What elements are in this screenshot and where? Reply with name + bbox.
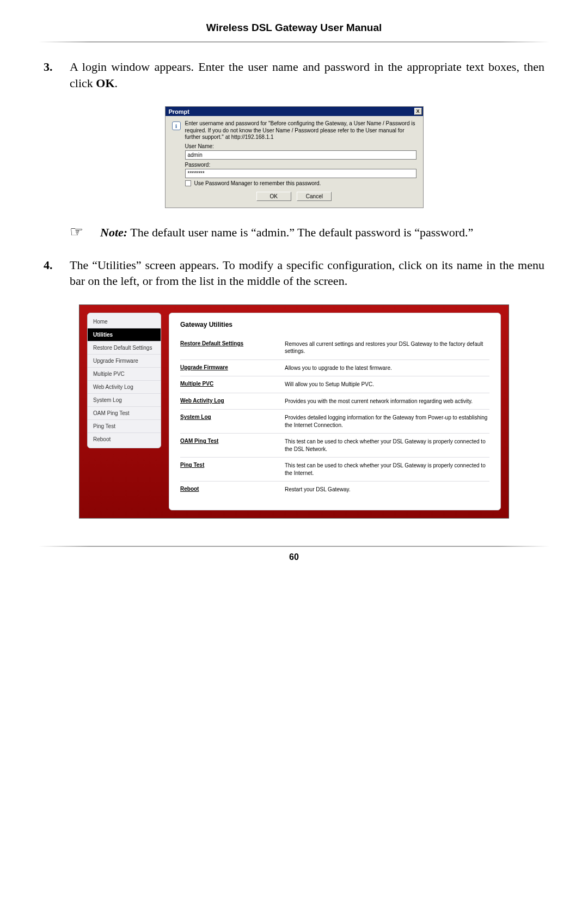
utility-description: Allows you to upgrade to the latest firm…: [285, 364, 489, 372]
sidebar-item[interactable]: Home: [88, 315, 161, 328]
divider: [38, 546, 550, 547]
sidebar-item[interactable]: System Log: [88, 394, 161, 407]
utility-row: Web Activity LogProvides you with the mo…: [180, 393, 489, 410]
utility-row: OAM Ping TestThis test can be used to ch…: [180, 434, 489, 458]
prompt-titlebar: Prompt X: [166, 107, 423, 116]
sidebar-item[interactable]: Restore Default Settings: [88, 342, 161, 355]
ok-button[interactable]: OK: [256, 192, 291, 201]
remember-password-row[interactable]: Use Password Manager to remember this pa…: [185, 180, 416, 186]
sidebar-item[interactable]: Multiple PVC: [88, 368, 161, 381]
utility-row: Upgrade FirmwareAllows you to upgrade to…: [180, 360, 489, 377]
utilities-heading: Gateway Utilities: [180, 321, 489, 328]
utility-row: Multiple PVCWill allow you to Setup Mult…: [180, 376, 489, 393]
utility-row: System LogProvides detailed logging info…: [180, 410, 489, 434]
page-number: 60: [38, 552, 550, 562]
sidebar-item[interactable]: OAM Ping Test: [88, 407, 161, 420]
info-icon: i: [172, 121, 181, 130]
utility-row: RebootRestart your DSL Gateway.: [180, 482, 489, 498]
pointing-hand-icon: ☞: [70, 224, 100, 241]
note-label: Note:: [100, 226, 127, 239]
utility-row: Ping TestThis test can be used to check …: [180, 458, 489, 482]
utilities-main: Gateway Utilities Restore Default Settin…: [169, 313, 501, 510]
utility-link[interactable]: Web Activity Log: [180, 398, 273, 405]
utility-link[interactable]: Upgrade Firmware: [180, 364, 273, 372]
utility-link[interactable]: Restore Default Settings: [180, 340, 273, 355]
cancel-button[interactable]: Cancel: [297, 192, 332, 201]
username-input[interactable]: admin: [185, 150, 416, 160]
step3-text-a: A login window appears. Enter the user n…: [70, 60, 544, 90]
prompt-title-text: Prompt: [169, 108, 190, 115]
utility-description: Provides you with the most current netwo…: [285, 398, 489, 405]
page-header: Wireless DSL Gateway User Manual: [38, 16, 550, 41]
checkbox-icon[interactable]: [185, 180, 191, 186]
utility-row: Restore Default SettingsRemoves all curr…: [180, 336, 489, 360]
utility-description: Restart your DSL Gateway.: [285, 486, 489, 493]
step-text: A login window appears. Enter the user n…: [70, 59, 544, 91]
utility-description: Removes all current settings and restore…: [285, 340, 489, 355]
utilities-sidebar: HomeUtilitiesRestore Default SettingsUpg…: [87, 313, 161, 448]
step-number: 3.: [44, 59, 70, 91]
sidebar-item[interactable]: Upgrade Firmware: [88, 355, 161, 368]
prompt-message: Enter username and password for "Before …: [185, 120, 416, 141]
utility-description: Provides detailed logging information fo…: [285, 414, 489, 429]
utility-link[interactable]: Reboot: [180, 486, 273, 493]
utility-link[interactable]: System Log: [180, 414, 273, 429]
step3-text-c: .: [115, 76, 118, 90]
password-label: Password:: [185, 162, 416, 168]
divider: [38, 41, 550, 42]
remember-password-label: Use Password Manager to remember this pa…: [194, 180, 321, 186]
username-label: User Name:: [185, 143, 416, 149]
utility-link[interactable]: Multiple PVC: [180, 381, 273, 388]
utility-description: This test can be used to check whether y…: [285, 462, 489, 477]
sidebar-item[interactable]: Ping Test: [88, 420, 161, 433]
utility-description: Will allow you to Setup Multiple PVC.: [285, 381, 489, 388]
password-input[interactable]: ********: [185, 169, 416, 178]
login-prompt: Prompt X i Enter username and password f…: [165, 106, 424, 208]
step-number: 4.: [44, 257, 70, 289]
utility-description: This test can be used to check whether y…: [285, 438, 489, 453]
utility-link[interactable]: OAM Ping Test: [180, 438, 273, 453]
note-text: Note: The default user name is “admin.” …: [100, 224, 544, 241]
sidebar-item[interactable]: Web Activity Log: [88, 381, 161, 394]
sidebar-item[interactable]: Reboot: [88, 433, 161, 446]
utilities-window: HomeUtilitiesRestore Default SettingsUpg…: [79, 304, 509, 519]
close-icon[interactable]: X: [414, 108, 422, 115]
sidebar-item[interactable]: Utilities: [88, 328, 161, 342]
step-3: 3. A login window appears. Enter the use…: [38, 59, 550, 91]
utility-link[interactable]: Ping Test: [180, 462, 273, 477]
note: ☞ Note: The default user name is “admin.…: [38, 224, 550, 241]
step-4: 4. The “Utilities” screen appears. To mo…: [38, 257, 550, 289]
step-text: The “Utilities” screen appears. To modif…: [70, 257, 544, 289]
note-body: The default user name is “admin.” The de…: [127, 226, 473, 239]
step3-ok: OK: [96, 76, 114, 90]
